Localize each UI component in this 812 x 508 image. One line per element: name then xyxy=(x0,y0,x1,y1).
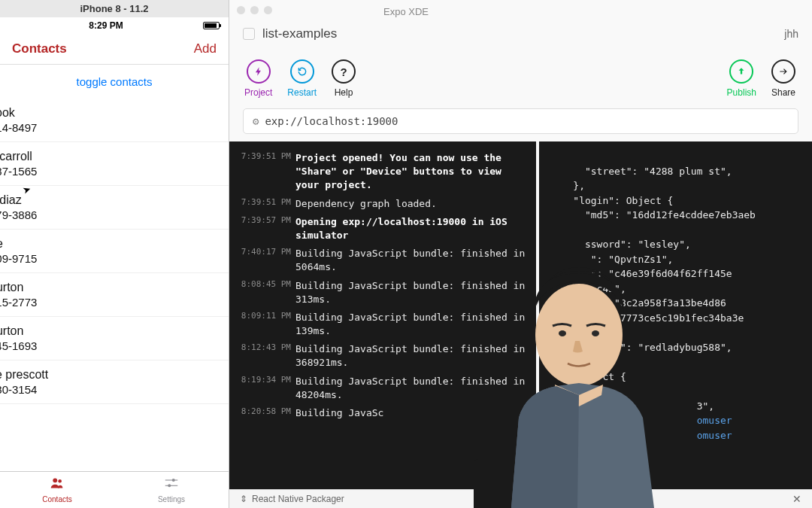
svg-point-1 xyxy=(58,479,62,483)
window-minimize[interactable] xyxy=(250,6,259,14)
window-maximize[interactable] xyxy=(264,6,272,14)
contact-name: ce prescott xyxy=(0,368,217,382)
contact-item[interactable]: burton 445-1693 xyxy=(0,317,229,360)
footer-label: React Native Packager xyxy=(252,494,344,504)
contact-phone: 615-2773 xyxy=(0,296,217,309)
tab-settings[interactable]: Settings xyxy=(114,475,229,503)
contact-name: burton xyxy=(0,324,217,338)
share-button[interactable]: Share xyxy=(771,59,795,98)
contact-phone: 887-1565 xyxy=(0,165,217,178)
svg-point-8 xyxy=(592,330,599,336)
contact-item[interactable]: ce prescott 780-3154 xyxy=(0,360,229,404)
contacts-list[interactable]: cook 714-8497 o carroll 887-1565 a diaz … xyxy=(0,99,229,471)
nav-title: Contacts xyxy=(12,41,67,56)
contact-name: ee xyxy=(0,237,217,251)
tab-settings-label: Settings xyxy=(114,495,229,503)
svg-point-0 xyxy=(53,478,57,482)
project-button[interactable]: Project xyxy=(244,59,272,98)
project-name: list-examples xyxy=(262,26,337,41)
lightning-icon xyxy=(247,59,271,84)
tab-contacts[interactable]: Contacts xyxy=(0,475,114,503)
window-title: Expo XDE xyxy=(331,6,481,17)
footer-close-icon[interactable]: ✕ xyxy=(792,493,801,505)
status-bar: 8:29 PM xyxy=(0,17,229,34)
project-checkbox[interactable] xyxy=(243,28,255,40)
contact-name: o carroll xyxy=(0,150,217,163)
url-bar[interactable]: ⚙ exp://localhost:19000 xyxy=(243,108,798,134)
upload-icon xyxy=(729,59,753,84)
contact-phone: 909-9715 xyxy=(0,252,217,265)
svg-point-7 xyxy=(559,330,566,336)
presenter-person xyxy=(481,245,680,508)
log-line: 7:39:51 PMDependency graph loaded. xyxy=(229,195,536,213)
svg-rect-2 xyxy=(165,479,178,480)
gear-icon[interactable]: ⚙ xyxy=(253,115,259,127)
help-button[interactable]: ? Help xyxy=(332,59,356,98)
contact-phone: 579-3886 xyxy=(0,208,217,221)
contact-item[interactable]: burton 615-2773 xyxy=(0,273,229,317)
contact-name: cook xyxy=(0,106,217,120)
status-time: 8:29 PM xyxy=(89,20,123,31)
tab-contacts-label: Contacts xyxy=(0,495,114,503)
ios-simulator: iPhone 8 - 11.2 8:29 PM Contacts Add tog… xyxy=(0,0,229,508)
window-controls xyxy=(229,0,812,20)
tab-bar: Contacts Settings xyxy=(0,471,229,508)
expand-icon[interactable]: ⇕ xyxy=(240,494,247,504)
contact-item[interactable]: a diaz 579-3886 xyxy=(0,186,229,230)
toolbar: Project Restart ? Help xyxy=(229,52,812,108)
log-line: 7:39:51 PMProject opened! You can now us… xyxy=(229,149,536,195)
simulator-device-title: iPhone 8 - 11.2 xyxy=(0,0,229,17)
contact-item[interactable]: cook 714-8497 xyxy=(0,99,229,142)
status-right xyxy=(203,22,220,29)
svg-point-6 xyxy=(535,284,623,386)
restart-button[interactable]: Restart xyxy=(287,59,317,98)
window-close[interactable] xyxy=(237,6,245,14)
arrow-right-icon xyxy=(771,59,795,84)
contact-phone: 445-1693 xyxy=(0,339,217,352)
contact-item[interactable]: o carroll 887-1565 xyxy=(0,142,229,186)
svg-point-5 xyxy=(168,484,171,487)
url-value: exp://localhost:19000 xyxy=(265,115,398,127)
settings-icon xyxy=(114,475,229,494)
expo-header: list-examples jhh xyxy=(229,20,812,52)
restart-icon xyxy=(290,59,314,84)
nav-header: Contacts Add xyxy=(0,34,229,65)
contact-item[interactable]: ee 909-9715 xyxy=(0,230,229,273)
contact-name: a diaz xyxy=(0,193,217,207)
publish-button[interactable]: Publish xyxy=(727,59,756,98)
contacts-icon xyxy=(0,475,114,494)
log-line: 7:39:57 PMOpening exp://localhost:19000 … xyxy=(229,213,536,245)
contact-name: burton xyxy=(0,281,217,294)
toggle-contacts-button[interactable]: toggle contacts xyxy=(0,65,229,99)
user-label[interactable]: jhh xyxy=(784,28,798,40)
contact-phone: 714-8497 xyxy=(0,121,217,134)
svg-rect-3 xyxy=(165,485,178,486)
add-button[interactable]: Add xyxy=(194,41,217,56)
svg-point-4 xyxy=(172,479,175,482)
battery-icon xyxy=(203,22,220,29)
contact-phone: 780-3154 xyxy=(0,383,217,396)
help-icon: ? xyxy=(332,59,356,84)
